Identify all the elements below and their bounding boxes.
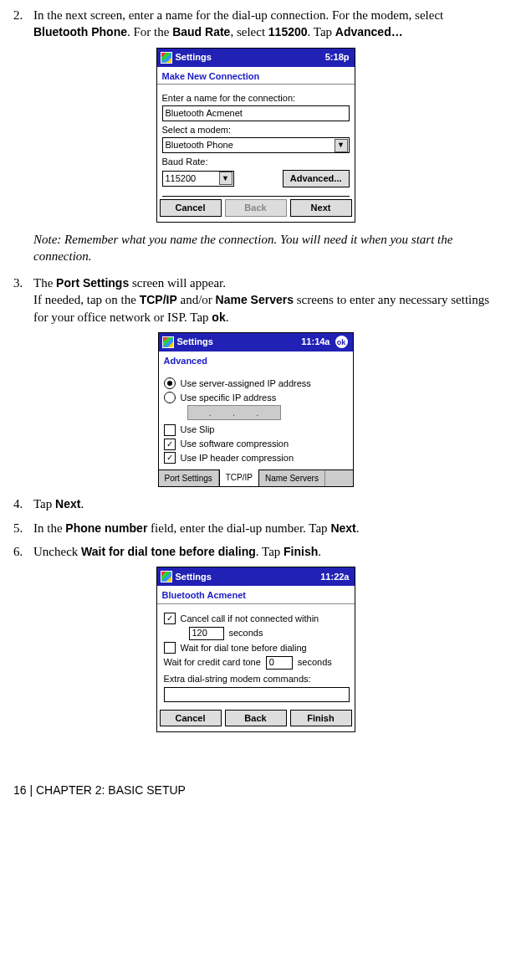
button-row: Cancel Back Finish [164,707,348,727]
bold-tcpip: TCP/IP [140,293,177,306]
bold-port-settings: Port Settings [56,276,129,290]
page-footer: 16 | CHAPTER 2: BASIC SETUP [13,782,498,798]
label: Use IP header compression [181,452,294,464]
bold-115200: 115200 [268,25,308,38]
screenshot-make-new-connection: Settings 5:18p Make New Connection Enter… [156,48,355,223]
baud-value: 115200 [166,172,197,185]
text: . Tap [308,25,335,38]
text: . [226,310,229,324]
step-3-number: 3. [13,275,33,326]
checkbox-icon: ✓ [164,452,176,464]
subheader: Bluetooth Acmenet [157,586,355,604]
screenshot-1-container: Settings 5:18p Make New Connection Enter… [13,48,498,223]
checkbox-sw-compression[interactable]: ✓ Use software compression [164,438,348,450]
bold-baud-rate: Baud Rate [172,25,230,38]
bold-ok: ok [212,310,225,324]
back-button[interactable]: Back [225,710,287,727]
step-4-number: 4. [13,495,33,512]
credit-card-tone-input[interactable]: 0 [266,656,293,670]
step-3: 3. The Port Settings screen will appear.… [13,275,498,326]
bold-bluetooth-phone: Bluetooth Phone [33,25,127,38]
step-2: 2. In the next screen, enter a name for … [13,7,498,41]
text: The [33,276,56,290]
connection-name-value: Bluetooth Acmenet [166,107,243,120]
text: If needed, tap on the [33,293,140,306]
label: Cancel call if not connected within [181,613,319,625]
label: seconds [298,656,332,669]
step-5: 5. In the Phone number field, enter the … [13,520,498,536]
screenshot-3-container: Settings 11:22a Bluetooth Acmenet ✓ Canc… [13,567,498,732]
button-row: Cancel Back Next [162,196,350,217]
bold-advanced: Advanced… [335,25,403,38]
note-text: Note: Remember what you name the connect… [33,231,498,265]
text: Uncheck [33,545,81,558]
text: In the next screen, enter a name for the… [33,8,443,22]
dialog-body: Use server-assigned IP address Use speci… [159,372,353,464]
ip-address-input: ... [187,405,281,420]
modem-select[interactable]: Bluetooth Phone ▼ [162,137,350,153]
tab-port-settings[interactable]: Port Settings [159,470,219,487]
subheader: Make New Connection [157,67,355,85]
checkbox-ip-compression[interactable]: ✓ Use IP header compression [164,452,348,464]
checkbox-icon [164,424,176,436]
text: . Tap [256,545,284,558]
advanced-button[interactable]: Advanced... [283,170,350,187]
step-5-body: In the Phone number field, enter the dia… [33,520,498,536]
title-bar: Settings 5:18p [157,49,355,67]
modem-label: Select a modem: [162,124,350,136]
step-6-number: 6. [13,543,33,560]
title-text: Settings [176,51,325,64]
step-6-body: Uncheck Wait for dial tone before dialin… [33,543,498,560]
extra-commands-input[interactable] [164,687,350,702]
step-3-body: The Port Settings screen will appear. If… [33,275,498,326]
chevron-down-icon: ▼ [219,172,232,185]
tab-tcpip[interactable]: TCP/IP [219,469,259,487]
dialog-body: Enter a name for the connection: Bluetoo… [157,88,355,221]
clock: 11:22a [320,571,349,583]
step-6: 6. Uncheck Wait for dial tone before dia… [13,543,498,560]
ok-button[interactable]: ok [335,336,348,348]
cancel-call-seconds-input[interactable]: 120 [189,627,224,640]
credit-card-tone-row: Wait for credit card tone 0 seconds [164,656,348,670]
bold-name-servers: Name Servers [216,293,294,306]
text: field, enter the dial-up number. Tap [147,521,330,535]
title-bar: Settings 11:14a ok [159,333,353,351]
tab-name-servers[interactable]: Name Servers [259,470,325,487]
checkbox-wait-dial-tone[interactable]: Wait for dial tone before dialing [164,642,348,654]
label: seconds [229,627,263,639]
back-button: Back [225,199,287,217]
subheader: Advanced [159,351,353,369]
tab-strip: Port Settings TCP/IP Name Servers [159,469,353,487]
connection-name-input[interactable]: Bluetooth Acmenet [162,105,350,121]
text: In the [33,521,65,535]
text: , select [230,25,268,38]
label: Use server-assigned IP address [181,377,311,390]
step-5-number: 5. [13,520,33,536]
radio-icon [164,392,176,403]
extra-commands-label: Extra dial-string modem commands: [164,673,348,685]
clock: 11:14a [301,336,330,348]
cancel-button[interactable]: Cancel [160,710,222,727]
text: . [80,497,84,511]
cancel-button[interactable]: Cancel [160,199,222,217]
text: . For the [127,25,172,38]
label: Use software compression [181,438,289,450]
step-4: 4. Tap Next. [13,495,498,512]
screenshot-bluetooth-acmenet: Settings 11:22a Bluetooth Acmenet ✓ Canc… [156,567,355,732]
text: and/or [177,293,216,306]
text: screen will appear. [129,276,226,290]
finish-button[interactable]: Finish [290,710,352,727]
baud-select[interactable]: 115200 ▼ [162,171,234,187]
clock: 5:18p [325,51,350,64]
bold-wait-dial-tone: Wait for dial tone before dialing [81,545,256,558]
screenshot-advanced: Settings 11:14a ok Advanced Use server-a… [158,332,354,488]
windows-icon [161,52,172,64]
checkbox-cancel-call[interactable]: ✓ Cancel call if not connected within [164,613,348,625]
bold-finish: Finish [284,545,318,558]
next-button[interactable]: Next [290,199,352,217]
checkbox-use-slip[interactable]: Use Slip [164,423,348,436]
windows-icon [162,336,174,348]
radio-specific-ip[interactable]: Use specific IP address [164,392,348,404]
radio-server-ip[interactable]: Use server-assigned IP address [164,377,348,390]
bold-phone-number: Phone number [65,521,147,535]
